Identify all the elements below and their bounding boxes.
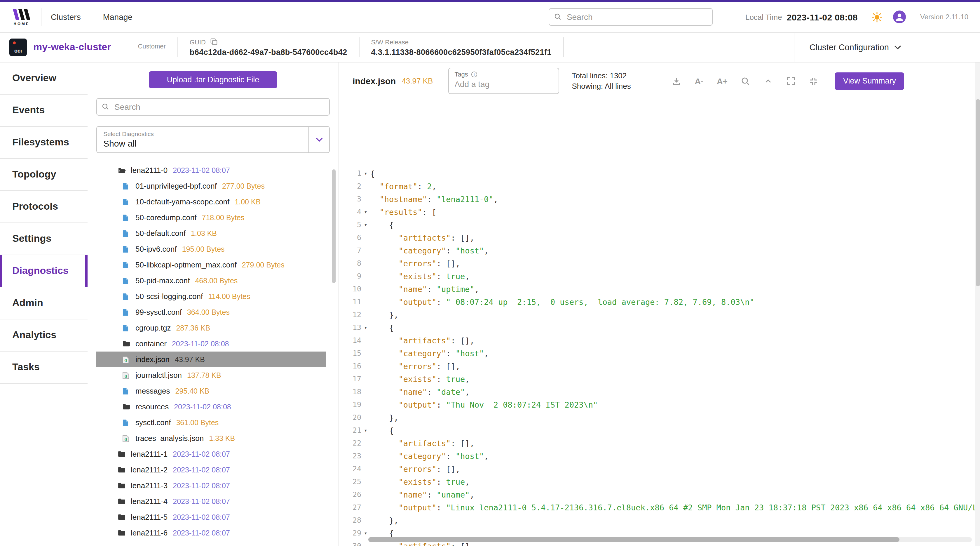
tree-row[interactable]: sysctl.conf361.00 Bytes [96,415,326,430]
code-line: 22 "artifacts": [], [339,437,975,450]
tree-row[interactable]: 50-libkcapi-optmem_max.conf279.00 Bytes [96,257,326,273]
nav-manage[interactable]: Manage [103,12,132,22]
chevron-up-icon [764,76,773,86]
sidebar-item-diagnostics[interactable]: Diagnostics [0,255,88,287]
tree-item-name: 50-scsi-logging.conf [135,292,203,301]
tree-row[interactable]: cgroup.tgz287.36 KB [96,320,326,336]
vertical-scrollbar-thumb[interactable] [976,99,980,286]
code-text: "name": "date", [370,385,470,398]
sidebar-item-protocols[interactable]: Protocols [0,191,88,223]
tree-row[interactable]: {}traces_analysis.json1.33 KB [96,430,326,446]
dropdown-caret[interactable] [308,127,329,153]
tree-row[interactable]: messages295.40 KB [96,383,326,399]
cluster-configuration-dropdown[interactable]: Cluster Configuration [794,32,901,62]
tree-item-name: container [135,339,167,348]
tree-item-name: 50-libkcapi-optmem_max.conf [135,261,237,269]
vertical-scrollbar[interactable] [975,62,980,546]
tree-row[interactable]: resources2023-11-02 08:08 [96,399,326,415]
user-avatar[interactable] [893,11,906,23]
tree-item-meta: 2023-11-02 08:07 [173,450,230,458]
code-line: 19 "output": "Thu Nov 2 08:07:24 IST 202… [339,398,975,411]
line-number: 29 [339,527,361,540]
code-line: 28 }, [339,514,975,527]
fold-arrow-icon[interactable]: ▾ [361,424,370,437]
chevron-down-icon [894,45,901,49]
fold-arrow-icon[interactable]: ▾ [361,321,370,334]
line-number: 24 [339,463,361,475]
global-search-input[interactable] [549,8,713,26]
sidebar-item-filesystems[interactable]: Filesystems [0,127,88,159]
sidebar-item-topology[interactable]: Topology [0,159,88,191]
fullscreen-button[interactable] [786,76,796,86]
file-search-input[interactable] [96,98,330,116]
collapse-all-button[interactable] [764,76,773,86]
tree-row[interactable]: lena2111-02023-11-02 08:07 [96,162,326,178]
fold-spacer [361,231,370,244]
tree-row[interactable]: 50-coredump.conf718.00 Bytes [96,210,326,225]
theme-toggle-button[interactable] [872,11,883,22]
sidebar-item-analytics[interactable]: Analytics [0,320,88,352]
tree-row[interactable]: 50-ipv6.conf195.00 Bytes [96,241,326,257]
fold-spacer [361,308,370,321]
oci-red-dot [13,41,16,45]
font-decrease-button[interactable]: A- [695,77,704,85]
tree-row[interactable]: lena2111-12023-11-02 08:07 [96,446,326,462]
tree-row[interactable]: 50-pid-max.conf468.00 Bytes [96,273,326,288]
sidebar-item-tasks[interactable]: Tasks [0,352,88,384]
sidebar: OverviewEventsFilesystemsTopologyProtoco… [0,62,88,384]
add-tag-input[interactable] [454,80,552,89]
code-line: 10 "name": "uptime", [339,283,975,296]
tree-row[interactable]: lena2111-22023-11-02 08:07 [96,462,326,478]
horizontal-scrollbar[interactable] [368,537,972,542]
tree-row[interactable]: {}index.json43.97 KB [96,352,326,367]
font-increase-button[interactable]: A+ [717,77,727,85]
tree-row[interactable]: lena2111-52023-11-02 08:07 [96,509,326,525]
code-line: 15 "category": "host", [339,347,975,360]
upload-diagnostic-button[interactable]: Upload .tar Diagnostic File [149,71,277,88]
horizontal-scrollbar-thumb[interactable] [368,537,899,542]
sidebar-item-admin[interactable]: Admin [0,287,88,320]
nav-clusters[interactable]: Clusters [51,12,81,22]
tree-row[interactable]: {}journalctl.json137.78 KB [96,367,326,383]
folder-icon [118,498,127,505]
tree-item-meta: 1.03 KB [191,229,217,237]
fold-arrow-icon[interactable]: ▾ [361,167,370,180]
tree-row[interactable]: lena2111-62023-11-02 08:07 [96,525,326,541]
tree-row[interactable]: 99-sysctl.conf364.00 Bytes [96,304,326,320]
tree-row[interactable]: container2023-11-02 08:08 [96,336,326,352]
line-number: 21 [339,424,361,437]
download-button[interactable] [672,76,681,86]
folder-icon [118,482,127,489]
tree-row[interactable]: 50-scsi-logging.conf114.00 Bytes [96,288,326,304]
tree-item-meta: 2023-11-02 08:07 [173,481,230,490]
sidebar-item-events[interactable]: Events [0,95,88,127]
fold-arrow-icon[interactable]: ▾ [361,205,370,218]
tree-row[interactable]: 01-unprivileged-bpf.conf277.00 Bytes [96,178,326,194]
tree-row[interactable]: lena2111-42023-11-02 08:07 [96,493,326,509]
code-area: 1▾{2 "format": 2,3 "hostname": "lena2111… [339,162,975,546]
select-diagnostics-dropdown[interactable]: Select Diagnostics Show all [96,126,330,153]
tree-row[interactable]: lena2111-32023-11-02 08:07 [96,478,326,493]
fold-spacer [361,296,370,308]
tree-item-name: lena2111-3 [131,481,167,490]
info-icon[interactable]: i [471,71,477,78]
tree-item-name: lena2111-1 [131,450,167,458]
fit-view-button[interactable] [809,76,819,86]
line-number: 1 [339,167,361,180]
code-search-button[interactable] [741,76,750,86]
code-text: "errors": [], [370,257,460,270]
sidebar-item-overview[interactable]: Overview [0,62,88,95]
file-panel-scrollbar[interactable] [332,169,336,283]
weka-home-logo[interactable]: HOME [8,8,35,25]
code-line: 14 "artifacts": [], [339,334,975,347]
view-summary-button[interactable]: View Summary [835,72,904,90]
fold-arrow-icon[interactable]: ▾ [361,218,370,231]
fold-spacer [361,437,370,450]
tree-row[interactable]: 10-default-yama-scope.conf1.00 KB [96,194,326,210]
copy-guid-button[interactable] [210,38,218,46]
tree-row[interactable]: 50-default.conf1.03 KB [96,225,326,241]
fold-spacer [361,257,370,270]
sidebar-item-settings[interactable]: Settings [0,223,88,255]
line-number: 25 [339,475,361,488]
line-number: 17 [339,372,361,385]
